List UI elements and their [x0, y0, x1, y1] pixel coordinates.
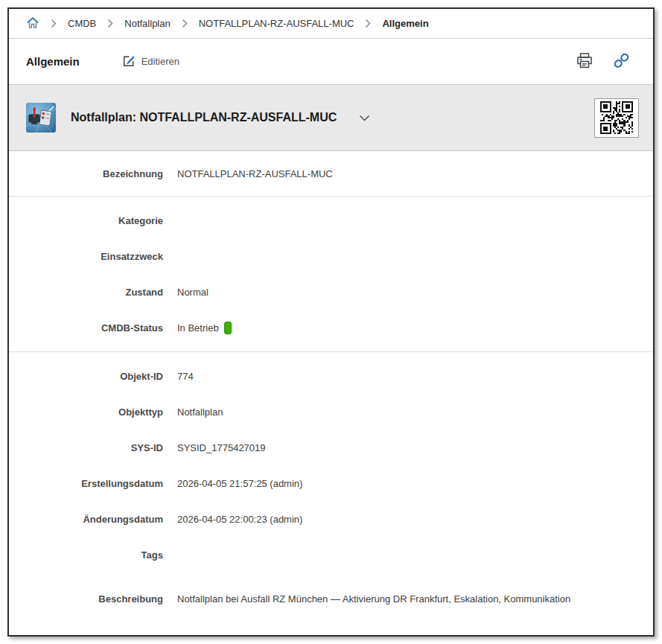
header-actions: [576, 53, 629, 71]
field-label-zustand: Zustand: [9, 287, 163, 298]
page-header: Allgemein Editieren: [9, 39, 653, 84]
breadcrumb-item[interactable]: NOTFALLPLAN-RZ-AUSFALL-MUC: [199, 18, 354, 29]
home-icon: [26, 16, 39, 31]
field-value-zustand: Normal: [177, 287, 209, 298]
object-title: Notfallplan: NOTFALLPLAN-RZ-AUSFALL-MUC: [71, 111, 337, 124]
field-label-einsatzzweck: Einsatzzweck: [9, 251, 163, 262]
breadcrumb: CMDBNotfallplanNOTFALLPLAN-RZ-AUSFALL-MU…: [9, 9, 653, 39]
field-group: Objekt-ID774ObjekttypNotfallplanSYS-IDSY…: [9, 352, 653, 631]
field-value-text: In Betrieb: [177, 322, 219, 334]
object-header: Notfallplan: NOTFALLPLAN-RZ-AUSFALL-MUC: [9, 84, 653, 151]
field-label-erstellungsdatum: Erstellungsdatum: [9, 478, 163, 489]
field-value-sys-id: SYSID_1775427019: [177, 442, 266, 453]
field-label-kategorie: Kategorie: [9, 215, 163, 226]
field-value-text: Normal: [177, 287, 209, 298]
qr-code: [594, 98, 639, 138]
field-value-objekt-id: 774: [177, 371, 194, 382]
field-row-tags: Tags: [9, 537, 653, 573]
field-value-text: 774: [177, 371, 194, 382]
breadcrumb-item[interactable]: Notfallplan: [124, 18, 170, 29]
link-icon: [614, 53, 629, 71]
field-row-erstellungsdatum: Erstellungsdatum2026-04-05 21:57:25 (adm…: [9, 465, 653, 501]
field-label-bezeichnung: Bezeichnung: [9, 168, 163, 179]
field-label-beschreibung: Beschreibung: [9, 593, 163, 605]
printer-icon: [576, 53, 593, 71]
chevron-right-icon: [107, 19, 113, 28]
field-row-beschreibung: BeschreibungNotfallplan bei Ausfall RZ M…: [9, 573, 653, 625]
field-row-zustand: ZustandNormal: [9, 274, 653, 310]
field-value-cmdb-status: In Betrieb: [177, 322, 232, 334]
field-label-sys-id: SYS-ID: [9, 442, 163, 453]
field-groups: BezeichnungNOTFALLPLAN-RZ-AUSFALL-MUCKat…: [9, 151, 653, 631]
app-window: CMDBNotfallplanNOTFALLPLAN-RZ-AUSFALL-MU…: [7, 7, 655, 637]
field-row-objekt-id: Objekt-ID774: [9, 358, 653, 394]
print-button[interactable]: [576, 53, 593, 71]
field-row-kategorie: Kategorie: [9, 203, 653, 238]
field-value-text: SYSID_1775427019: [177, 442, 266, 453]
breadcrumb-item: Allgemein: [382, 18, 428, 29]
permalink-button[interactable]: [614, 53, 629, 71]
chevron-down-icon: [359, 112, 370, 124]
field-value-aenderungsdatum: 2026-04-05 22:00:23 (admin): [177, 514, 302, 525]
field-value-objekttyp: Notfallplan: [177, 407, 223, 418]
field-row-sys-id: SYS-IDSYSID_1775427019: [9, 430, 653, 465]
field-value-bezeichnung: NOTFALLPLAN-RZ-AUSFALL-MUC: [177, 168, 333, 179]
field-label-cmdb-status: CMDB-Status: [9, 322, 163, 334]
field-label-tags: Tags: [9, 549, 163, 561]
field-value-erstellungsdatum: 2026-04-05 21:57:25 (admin): [177, 478, 302, 489]
home-button[interactable]: [26, 16, 39, 31]
status-badge: [224, 322, 232, 334]
field-label-aenderungsdatum: Änderungsdatum: [9, 514, 163, 525]
field-value-beschreibung: Notfallplan bei Ausfall RZ München — Akt…: [177, 593, 570, 605]
field-label-objekt-id: Objekt-ID: [9, 371, 163, 382]
chevron-right-icon: [182, 19, 188, 28]
notfallplan-object-icon: [26, 103, 56, 133]
field-value-text: Notfallplan: [177, 407, 223, 418]
field-label-objekttyp: Objekttyp: [9, 407, 163, 418]
field-group: KategorieEinsatzzweckZustandNormalCMDB-S…: [9, 197, 653, 352]
field-row-aenderungsdatum: Änderungsdatum2026-04-05 22:00:23 (admin…: [9, 501, 653, 537]
field-value-text: NOTFALLPLAN-RZ-AUSFALL-MUC: [177, 168, 333, 179]
field-group: BezeichnungNOTFALLPLAN-RZ-AUSFALL-MUC: [9, 151, 653, 197]
chevron-right-icon: [365, 19, 371, 28]
edit-pencil-icon: [123, 54, 136, 69]
field-row-objekttyp: ObjekttypNotfallplan: [9, 394, 653, 430]
field-row-bezeichnung: BezeichnungNOTFALLPLAN-RZ-AUSFALL-MUC: [9, 151, 653, 196]
chevron-right-icon: [51, 19, 57, 28]
field-value-text: 2026-04-05 21:57:25 (admin): [177, 478, 302, 489]
page-title: Allgemein: [26, 55, 80, 68]
field-row-einsatzzweck: Einsatzzweck: [9, 238, 653, 274]
object-switcher-button[interactable]: [356, 109, 373, 127]
edit-button[interactable]: Editieren: [123, 54, 179, 69]
field-value-text: 2026-04-05 22:00:23 (admin): [177, 514, 302, 525]
breadcrumb-item[interactable]: CMDB: [68, 18, 96, 29]
field-value-text: Notfallplan bei Ausfall RZ München — Akt…: [177, 593, 570, 605]
field-row-cmdb-status: CMDB-StatusIn Betrieb: [9, 310, 653, 345]
edit-button-label: Editieren: [141, 56, 179, 67]
